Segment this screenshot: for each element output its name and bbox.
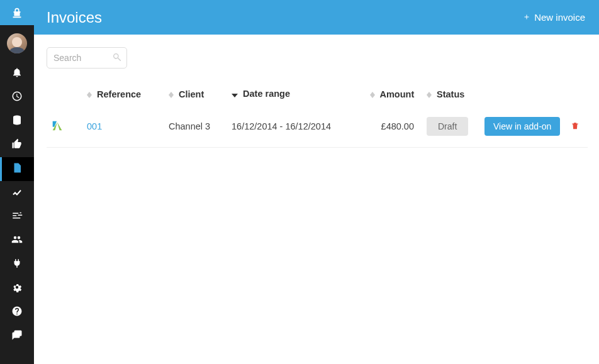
view-addon-button[interactable]: View in add-on <box>484 117 560 136</box>
trash-icon <box>571 121 579 133</box>
plug-icon <box>11 258 23 272</box>
document-icon <box>11 162 23 176</box>
main: Invoices New invoice Reference <box>34 0 599 364</box>
nav-time[interactable] <box>0 85 34 109</box>
chat-icon <box>11 329 23 343</box>
sidebar <box>0 0 34 364</box>
help-icon <box>11 306 23 319</box>
nav-chat[interactable] <box>0 324 34 348</box>
content: Reference Client Date range Amount <box>34 35 599 364</box>
date-range: 16/12/2014 - 16/12/2014 <box>232 121 331 131</box>
chart-icon <box>11 186 23 200</box>
delete-button[interactable] <box>567 118 583 135</box>
page-title: Invoices <box>47 9 102 26</box>
nav <box>0 62 34 348</box>
invoice-reference-link[interactable]: 001 <box>87 121 102 131</box>
client-logo-icon <box>50 119 64 133</box>
nav-approvals[interactable] <box>0 133 34 157</box>
nav-notifications[interactable] <box>0 62 34 85</box>
sort-icon <box>370 92 375 98</box>
nav-help[interactable] <box>0 301 34 324</box>
client-name: Channel 3 <box>169 121 210 131</box>
col-amount[interactable]: Amount <box>366 82 423 106</box>
nav-analytics[interactable] <box>0 181 34 205</box>
nav-invoices[interactable] <box>0 157 34 181</box>
database-icon <box>11 114 23 128</box>
app-logo[interactable] <box>0 0 34 25</box>
gear-icon <box>11 282 23 295</box>
col-client[interactable]: Client <box>165 82 228 106</box>
users-icon <box>11 234 23 248</box>
status-badge: Draft <box>427 117 468 136</box>
sort-down-icon <box>232 89 238 99</box>
clock-icon <box>11 91 23 104</box>
table-header-row: Reference Client Date range Amount <box>47 82 588 106</box>
nav-filters[interactable] <box>0 205 34 229</box>
user-avatar[interactable] <box>7 33 27 53</box>
amount-value: £480.00 <box>381 121 414 131</box>
invoices-table: Reference Client Date range Amount <box>47 82 588 148</box>
table-row: 001 Channel 3 16/12/2014 - 16/12/2014 £4… <box>47 106 588 148</box>
new-invoice-button[interactable]: New invoice <box>523 12 585 23</box>
search-input[interactable] <box>47 47 127 69</box>
nav-integrations[interactable] <box>0 253 34 277</box>
col-reference[interactable]: Reference <box>83 82 165 106</box>
topbar: Invoices New invoice <box>34 0 599 35</box>
nav-settings[interactable] <box>0 277 34 301</box>
sort-icon <box>169 92 174 98</box>
nav-database[interactable] <box>0 109 34 133</box>
thumbsup-icon <box>11 138 23 152</box>
svg-rect-0 <box>13 16 21 18</box>
new-invoice-label: New invoice <box>534 12 585 23</box>
sort-icon <box>87 92 92 98</box>
sort-icon <box>427 92 432 98</box>
sliders-icon <box>11 210 23 224</box>
nav-team[interactable] <box>0 229 34 253</box>
col-status[interactable]: Status <box>423 82 481 106</box>
plus-icon <box>523 12 530 23</box>
col-date-range[interactable]: Date range <box>228 82 366 106</box>
bell-icon <box>11 67 23 80</box>
search-wrap <box>47 47 127 69</box>
